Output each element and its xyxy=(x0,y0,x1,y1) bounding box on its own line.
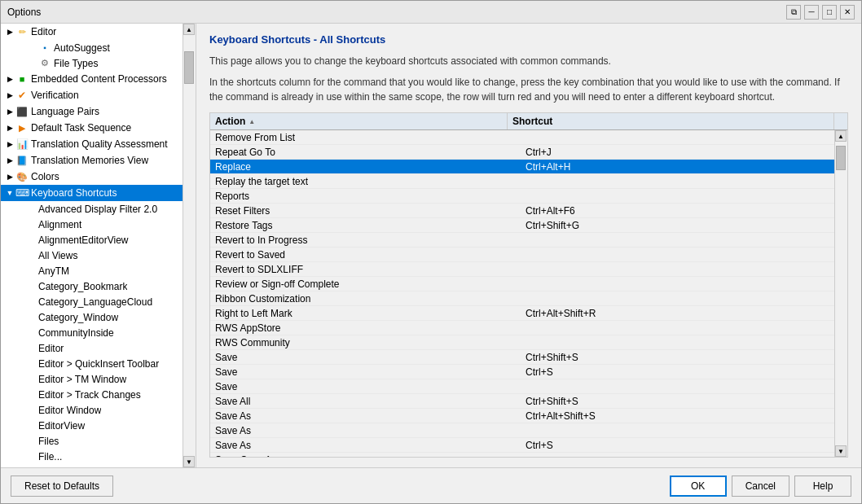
table-row[interactable]: Revert to SDLXLIFF xyxy=(210,262,847,277)
scroll-down-btn[interactable]: ▼ xyxy=(183,456,195,467)
tree-item-autosuggest[interactable]: ▪ AutoSuggest xyxy=(24,40,196,55)
reset-defaults-button[interactable]: Reset to Defaults xyxy=(11,476,113,497)
table-row[interactable]: Revert to Saved xyxy=(210,248,847,262)
table-row[interactable]: Revert to In Progress xyxy=(210,233,847,248)
tree-item-cat-languagecloud[interactable]: Category_LanguageCloud xyxy=(24,294,196,309)
scroll-track[interactable] xyxy=(183,35,195,456)
close-btn[interactable]: ✕ xyxy=(840,5,855,20)
cell-action: Save xyxy=(210,351,521,364)
col-header-action[interactable]: Action ▲ xyxy=(210,113,508,129)
tree-item-languagepairs[interactable]: ▶ ⬛ Language Pairs xyxy=(1,103,196,120)
table-row[interactable]: Right to Left MarkCtrl+Alt+Shift+R xyxy=(210,306,847,321)
tree-item-colors[interactable]: ▶ 🎨 Colors xyxy=(1,169,196,185)
expand-verification[interactable]: ▶ xyxy=(4,90,15,101)
expand-colors[interactable]: ▶ xyxy=(4,171,15,182)
expand-embedded[interactable]: ▶ xyxy=(4,73,15,85)
table-row[interactable]: Save As xyxy=(210,423,847,438)
editor-track-changes-label: Editor > Track Changes xyxy=(38,389,141,401)
scroll-up-btn[interactable]: ▲ xyxy=(183,24,195,35)
table-row[interactable]: Save AllCtrl+Shift+S xyxy=(210,394,847,409)
embedded-label: Embedded Content Processors xyxy=(31,73,167,85)
left-panel-scrollbar[interactable]: ▲ ▼ xyxy=(183,24,196,467)
tree-item-files[interactable]: Files xyxy=(24,433,196,449)
cell-shortcut xyxy=(521,239,847,241)
tree-item-editor-quickinsert[interactable]: Editor > QuickInsert Toolbar xyxy=(24,356,196,371)
table-row[interactable]: Ribbon Customization xyxy=(210,291,847,306)
expand-defaulttask[interactable]: ▶ xyxy=(4,122,15,134)
tree-item-editor[interactable]: ▶ ✏ Editor xyxy=(1,24,196,40)
maximize-btn[interactable]: □ xyxy=(822,5,837,20)
colors-label: Colors xyxy=(31,171,59,182)
colors-icon: 🎨 xyxy=(15,170,29,183)
table-row[interactable]: Review or Sign-off Complete xyxy=(210,277,847,291)
table-row[interactable]: Reset FiltersCtrl+Alt+F6 xyxy=(210,204,847,218)
table-row[interactable]: Restore TagsCtrl+Shift+G xyxy=(210,218,847,233)
tree-item-keyboardshortcuts[interactable]: ▼ ⌨ Keyboard Shortcuts xyxy=(1,185,196,201)
minimize-btn[interactable]: ─ xyxy=(804,5,819,20)
help-button[interactable]: Help xyxy=(794,476,851,497)
cell-action: Save xyxy=(210,366,521,379)
table-scroll-track[interactable] xyxy=(835,142,847,445)
table-row[interactable]: Repeat Go ToCtrl+J xyxy=(210,145,847,160)
scroll-thumb[interactable] xyxy=(184,51,194,84)
restore-btn[interactable]: ⧉ xyxy=(786,5,801,20)
tree-item-fileview-partial[interactable]: File... xyxy=(24,449,196,464)
tree-item-anytm[interactable]: AnyTM xyxy=(24,263,196,278)
expand-tqa[interactable]: ▶ xyxy=(4,138,15,150)
tree-item-adv-display-filter[interactable]: Advanced Display Filter 2.0 xyxy=(24,201,196,217)
table-row[interactable]: Replay the target text xyxy=(210,174,847,189)
expand-filetypes xyxy=(27,58,38,69)
table-row[interactable]: Remove From List xyxy=(210,130,847,145)
table-scroll-up[interactable]: ▲ xyxy=(835,130,847,142)
tree-item-editor-tm-window[interactable]: Editor > TM Window xyxy=(24,371,196,387)
expand-keyboardshortcuts[interactable]: ▼ xyxy=(4,187,15,199)
tree-item-tmview[interactable]: ▶ 📘 Translation Memories View xyxy=(1,152,196,169)
expand-tmview[interactable]: ▶ xyxy=(4,155,15,166)
tree-item-editor-child[interactable]: Editor xyxy=(24,340,196,356)
tree-item-editor-track-changes[interactable]: Editor > Track Changes xyxy=(24,387,196,402)
tree-item-cat-bookmark[interactable]: Category_Bookmark xyxy=(24,278,196,294)
cancel-button[interactable]: Cancel xyxy=(732,476,789,497)
tree-item-embedded[interactable]: ▶ ■ Embedded Content Processors xyxy=(1,71,196,87)
table-row[interactable]: Save xyxy=(210,379,847,394)
tmview-icon: 📘 xyxy=(15,154,29,167)
ok-button[interactable]: OK xyxy=(670,476,727,497)
cell-shortcut[interactable]: Ctrl+Alt+H xyxy=(521,160,847,173)
tree-item-tqa[interactable]: ▶ 📊 Translation Quality Assessment xyxy=(1,136,196,152)
shortcuts-table: Action ▲ Shortcut Remove From ListRepeat… xyxy=(209,112,848,458)
tree-item-alignment[interactable]: Alignment xyxy=(24,217,196,232)
table-row[interactable]: ReplaceCtrl+Alt+H xyxy=(210,160,847,174)
tree-item-editorview[interactable]: EditorView xyxy=(24,418,196,433)
header-scroll-placeholder xyxy=(834,113,847,129)
editor-quickinsert-label: Editor > QuickInsert Toolbar xyxy=(38,358,159,370)
tree-item-cat-window[interactable]: Category_Window xyxy=(24,309,196,325)
tree-item-all-views[interactable]: All Views xyxy=(24,248,196,263)
table-row[interactable]: Reports xyxy=(210,189,847,204)
table-scroll-down[interactable]: ▼ xyxy=(835,445,847,457)
table-row[interactable]: Save Copy As xyxy=(210,453,847,457)
table-row[interactable]: Save AsCtrl+Alt+Shift+S xyxy=(210,409,847,423)
col-header-shortcut[interactable]: Shortcut xyxy=(508,113,834,129)
options-window: Options ⧉ ─ □ ✕ ▶ ✏ Editor ▪ AutoSuggest xyxy=(0,0,862,504)
table-row[interactable]: RWS Community xyxy=(210,335,847,350)
table-scroll-thumb[interactable] xyxy=(836,146,846,170)
tree-item-filetypes[interactable]: ⚙ File Types xyxy=(24,55,196,71)
cat-window-label: Category_Window xyxy=(38,312,118,323)
table-scrollbar[interactable]: ▲ ▼ xyxy=(834,130,847,457)
cell-action: RWS Community xyxy=(210,336,521,349)
tree-item-community-inside[interactable]: CommunityInside xyxy=(24,325,196,340)
tree-item-alignment-editor-view[interactable]: AlignmentEditorView xyxy=(24,232,196,248)
expand-editor[interactable]: ▶ xyxy=(4,26,15,37)
table-row[interactable]: SaveCtrl+Shift+S xyxy=(210,350,847,365)
embedded-icon: ■ xyxy=(15,72,29,85)
table-row[interactable]: SaveCtrl+S xyxy=(210,365,847,379)
tree-item-verification[interactable]: ▶ ✔ Verification xyxy=(1,87,196,103)
table-row[interactable]: Save AsCtrl+S xyxy=(210,438,847,453)
expand-languagepairs[interactable]: ▶ xyxy=(4,106,15,117)
table-row[interactable]: RWS AppStore xyxy=(210,321,847,335)
page-title: Keyboard Shortcuts - All Shortcuts xyxy=(209,33,848,46)
autosuggest-icon: ▪ xyxy=(38,42,51,55)
tree-item-editor-window[interactable]: Editor Window xyxy=(24,402,196,418)
tree-item-defaulttask[interactable]: ▶ ▶ Default Task Sequence xyxy=(1,120,196,136)
tqa-icon: 📊 xyxy=(15,138,29,151)
